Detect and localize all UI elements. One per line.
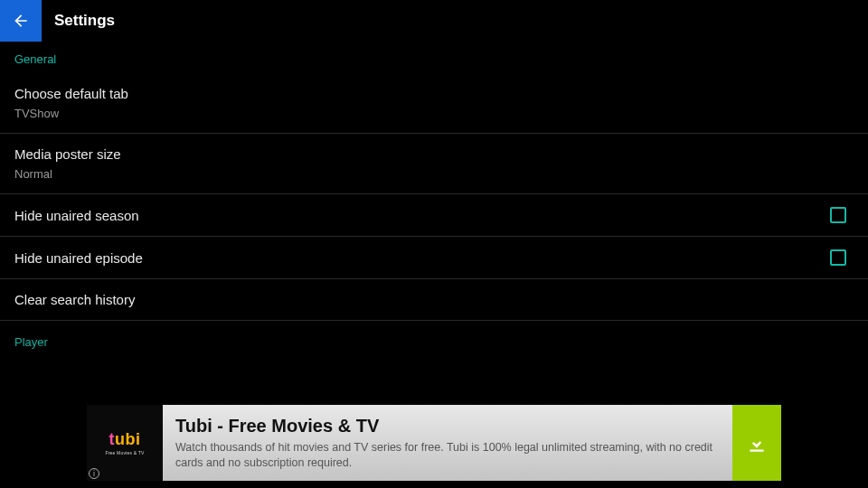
setting-subtitle: TVShow [14, 107, 128, 120]
ad-banner[interactable]: tubi Free Movies & TV i Tubi - Free Movi… [87, 405, 781, 481]
section-label-general: General [0, 42, 868, 73]
page-title: Settings [54, 12, 115, 30]
arrow-left-icon [12, 12, 30, 30]
ad-description: Watch thousands of hit movies and TV ser… [175, 440, 720, 471]
download-icon [745, 431, 769, 455]
setting-clear-search-history[interactable]: Clear search history [0, 279, 868, 321]
back-button[interactable] [0, 0, 42, 42]
app-header: Settings [0, 0, 868, 42]
setting-title: Hide unaired episode [14, 250, 143, 266]
checkbox-hide-unaired-episode[interactable] [830, 249, 846, 266]
setting-title: Media poster size [14, 146, 121, 162]
setting-poster-size[interactable]: Media poster size Normal [0, 134, 868, 194]
setting-hide-unaired-episode[interactable]: Hide unaired episode [0, 237, 868, 279]
setting-subtitle: Normal [14, 167, 121, 181]
setting-title: Choose default tab [14, 86, 128, 101]
setting-title: Clear search history [14, 292, 135, 307]
setting-hide-unaired-season[interactable]: Hide unaired season [0, 194, 868, 237]
ad-logo-tagline: Free Movies & TV [105, 450, 144, 455]
section-label-player: Player [0, 321, 868, 356]
checkbox-hide-unaired-season[interactable] [830, 207, 846, 223]
setting-default-tab[interactable]: Choose default tab TVShow [0, 73, 868, 134]
ad-logo: tubi [109, 430, 141, 449]
ad-title: Tubi - Free Movies & TV [175, 416, 720, 436]
ad-download-button[interactable] [732, 405, 781, 481]
ad-body: Tubi - Free Movies & TV Watch thousands … [163, 405, 732, 481]
ad-thumbnail: tubi Free Movies & TV i [87, 405, 163, 481]
info-icon[interactable]: i [89, 468, 99, 479]
setting-title: Hide unaired season [14, 208, 139, 223]
